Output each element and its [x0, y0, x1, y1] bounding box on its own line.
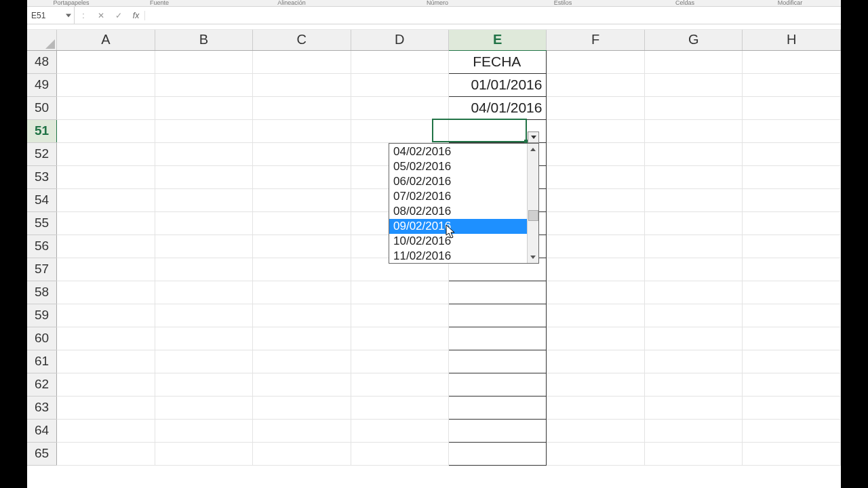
- cell-A51[interactable]: [57, 119, 155, 142]
- cell-G61[interactable]: [644, 350, 742, 373]
- cell-H52[interactable]: [743, 142, 841, 165]
- cell-D58[interactable]: [351, 281, 448, 304]
- cell-C56[interactable]: [253, 235, 351, 258]
- cell-A55[interactable]: [57, 211, 155, 235]
- cell-E60[interactable]: [449, 327, 547, 350]
- column-header-A[interactable]: A: [57, 30, 155, 50]
- cell-B48[interactable]: [155, 50, 252, 73]
- cell-F50[interactable]: [547, 96, 644, 119]
- cell-G50[interactable]: [644, 96, 742, 119]
- formula-bar-input[interactable]: [145, 7, 841, 24]
- cell-F64[interactable]: [547, 419, 644, 442]
- cell-D65[interactable]: [351, 442, 448, 465]
- cell-A53[interactable]: [57, 165, 155, 188]
- cell-B55[interactable]: [155, 211, 252, 235]
- cell-G58[interactable]: [644, 281, 742, 304]
- cell-C63[interactable]: [253, 396, 351, 419]
- cell-B49[interactable]: [155, 73, 252, 96]
- cell-H62[interactable]: [743, 373, 841, 396]
- cell-B58[interactable]: [155, 281, 252, 304]
- cell-A48[interactable]: [57, 50, 155, 73]
- cell-F62[interactable]: [547, 373, 644, 396]
- row-header-54[interactable]: 54: [27, 188, 57, 211]
- cell-C64[interactable]: [253, 419, 351, 442]
- cell-D49[interactable]: [351, 73, 448, 96]
- cell-F52[interactable]: [547, 142, 644, 165]
- scroll-up-button[interactable]: [528, 144, 538, 155]
- cell-G62[interactable]: [644, 373, 742, 396]
- cell-H58[interactable]: [743, 281, 841, 304]
- cell-C48[interactable]: [253, 50, 351, 73]
- cell-B64[interactable]: [155, 419, 252, 442]
- cell-H57[interactable]: [743, 258, 841, 281]
- cell-H49[interactable]: [743, 73, 841, 96]
- cell-B56[interactable]: [155, 235, 252, 258]
- dropdown-item[interactable]: 08/02/2016: [389, 204, 527, 219]
- dropdown-item[interactable]: 06/02/2016: [389, 174, 527, 189]
- cell-G59[interactable]: [644, 304, 742, 327]
- cell-F57[interactable]: [547, 258, 644, 281]
- dropdown-item[interactable]: 04/02/2016: [389, 144, 527, 159]
- ribbon-group-fuente[interactable]: Fuente: [115, 0, 203, 6]
- column-header-H[interactable]: H: [743, 30, 841, 50]
- cell-G57[interactable]: [644, 258, 742, 281]
- ribbon-group-celdas[interactable]: Celdas: [631, 0, 739, 6]
- cell-H50[interactable]: [743, 96, 841, 119]
- column-header-G[interactable]: G: [644, 30, 742, 50]
- cell-G60[interactable]: [644, 327, 742, 350]
- column-header-D[interactable]: D: [351, 30, 448, 50]
- cell-A56[interactable]: [57, 235, 155, 258]
- dropdown-item[interactable]: 11/02/2016: [389, 249, 527, 264]
- cell-A49[interactable]: [57, 73, 155, 96]
- cell-C55[interactable]: [253, 211, 351, 235]
- row-header-64[interactable]: 64: [27, 419, 57, 442]
- cell-C59[interactable]: [253, 304, 351, 327]
- cell-H55[interactable]: [743, 211, 841, 235]
- cell-C61[interactable]: [253, 350, 351, 373]
- row-header-51[interactable]: 51: [27, 119, 57, 142]
- cancel-formula-button[interactable]: ✕: [92, 7, 110, 24]
- insert-function-button[interactable]: fx: [127, 11, 145, 20]
- cell-C53[interactable]: [253, 165, 351, 188]
- data-validation-dropdown-button[interactable]: [528, 131, 539, 143]
- cell-A59[interactable]: [57, 304, 155, 327]
- cell-H53[interactable]: [743, 165, 841, 188]
- row-header-48[interactable]: 48: [27, 50, 57, 73]
- row-header-49[interactable]: 49: [27, 73, 57, 96]
- row-header-58[interactable]: 58: [27, 281, 57, 304]
- cell-H60[interactable]: [743, 327, 841, 350]
- cell-B54[interactable]: [155, 188, 252, 211]
- scroll-down-button[interactable]: [528, 251, 538, 263]
- cell-B52[interactable]: [155, 142, 252, 165]
- cell-F60[interactable]: [547, 327, 644, 350]
- cell-G52[interactable]: [644, 142, 742, 165]
- cell-D51[interactable]: [351, 119, 448, 142]
- cell-C57[interactable]: [253, 258, 351, 281]
- cell-D60[interactable]: [351, 327, 448, 350]
- ribbon-group-número[interactable]: Número: [380, 0, 495, 6]
- cell-C50[interactable]: [253, 96, 351, 119]
- row-header-63[interactable]: 63: [27, 396, 57, 419]
- cell-C54[interactable]: [253, 188, 351, 211]
- ribbon-group-portapapeles[interactable]: Portapapeles: [27, 0, 115, 6]
- cell-C60[interactable]: [253, 327, 351, 350]
- cell-E64[interactable]: [449, 419, 547, 442]
- cell-B63[interactable]: [155, 396, 252, 419]
- cell-D64[interactable]: [351, 419, 448, 442]
- cell-A57[interactable]: [57, 258, 155, 281]
- cell-E58[interactable]: [449, 281, 547, 304]
- cell-A62[interactable]: [57, 373, 155, 396]
- cell-C51[interactable]: [253, 119, 351, 142]
- row-header-57[interactable]: 57: [27, 258, 57, 281]
- cell-A50[interactable]: [57, 96, 155, 119]
- cell-H65[interactable]: [743, 442, 841, 465]
- data-validation-list[interactable]: 04/02/201605/02/201606/02/201607/02/2016…: [389, 143, 539, 264]
- cell-H56[interactable]: [743, 235, 841, 258]
- ribbon-group-estilos[interactable]: Estilos: [495, 0, 631, 6]
- cell-E49[interactable]: 01/01/2016: [449, 73, 547, 96]
- dropdown-item[interactable]: 10/02/2016: [389, 234, 527, 249]
- cell-A58[interactable]: [57, 281, 155, 304]
- cell-F65[interactable]: [547, 442, 644, 465]
- row-header-61[interactable]: 61: [27, 350, 57, 373]
- name-box[interactable]: E51: [27, 7, 75, 24]
